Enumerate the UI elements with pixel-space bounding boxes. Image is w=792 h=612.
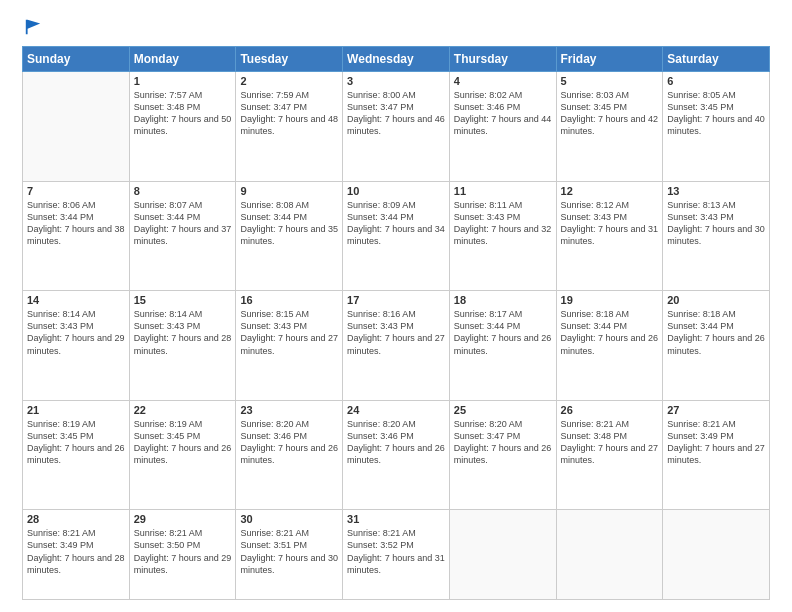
cell-day-number: 24 <box>347 404 445 416</box>
page: SundayMondayTuesdayWednesdayThursdayFrid… <box>0 0 792 612</box>
cell-day-number: 30 <box>240 513 338 525</box>
calendar-cell: 4Sunrise: 8:02 AM Sunset: 3:46 PM Daylig… <box>449 72 556 182</box>
calendar-cell: 10Sunrise: 8:09 AM Sunset: 3:44 PM Dayli… <box>343 181 450 291</box>
cell-sun-info: Sunrise: 8:11 AM Sunset: 3:43 PM Dayligh… <box>454 199 552 248</box>
calendar-header-thursday: Thursday <box>449 47 556 72</box>
cell-day-number: 25 <box>454 404 552 416</box>
cell-day-number: 2 <box>240 75 338 87</box>
cell-day-number: 22 <box>134 404 232 416</box>
calendar-header-friday: Friday <box>556 47 663 72</box>
calendar-cell: 30Sunrise: 8:21 AM Sunset: 3:51 PM Dayli… <box>236 510 343 600</box>
cell-day-number: 28 <box>27 513 125 525</box>
cell-sun-info: Sunrise: 8:08 AM Sunset: 3:44 PM Dayligh… <box>240 199 338 248</box>
calendar-week-row: 28Sunrise: 8:21 AM Sunset: 3:49 PM Dayli… <box>23 510 770 600</box>
cell-day-number: 17 <box>347 294 445 306</box>
calendar-cell: 2Sunrise: 7:59 AM Sunset: 3:47 PM Daylig… <box>236 72 343 182</box>
cell-day-number: 6 <box>667 75 765 87</box>
calendar-cell: 23Sunrise: 8:20 AM Sunset: 3:46 PM Dayli… <box>236 400 343 510</box>
cell-sun-info: Sunrise: 8:20 AM Sunset: 3:46 PM Dayligh… <box>347 418 445 467</box>
cell-sun-info: Sunrise: 8:20 AM Sunset: 3:46 PM Dayligh… <box>240 418 338 467</box>
calendar-cell: 21Sunrise: 8:19 AM Sunset: 3:45 PM Dayli… <box>23 400 130 510</box>
cell-sun-info: Sunrise: 8:12 AM Sunset: 3:43 PM Dayligh… <box>561 199 659 248</box>
cell-sun-info: Sunrise: 8:21 AM Sunset: 3:49 PM Dayligh… <box>667 418 765 467</box>
cell-day-number: 11 <box>454 185 552 197</box>
cell-day-number: 15 <box>134 294 232 306</box>
calendar-cell <box>449 510 556 600</box>
calendar-cell <box>23 72 130 182</box>
cell-sun-info: Sunrise: 8:13 AM Sunset: 3:43 PM Dayligh… <box>667 199 765 248</box>
calendar-cell: 6Sunrise: 8:05 AM Sunset: 3:45 PM Daylig… <box>663 72 770 182</box>
calendar-cell: 26Sunrise: 8:21 AM Sunset: 3:48 PM Dayli… <box>556 400 663 510</box>
cell-sun-info: Sunrise: 8:06 AM Sunset: 3:44 PM Dayligh… <box>27 199 125 248</box>
calendar-cell: 31Sunrise: 8:21 AM Sunset: 3:52 PM Dayli… <box>343 510 450 600</box>
cell-sun-info: Sunrise: 8:03 AM Sunset: 3:45 PM Dayligh… <box>561 89 659 138</box>
cell-sun-info: Sunrise: 8:07 AM Sunset: 3:44 PM Dayligh… <box>134 199 232 248</box>
calendar-cell: 17Sunrise: 8:16 AM Sunset: 3:43 PM Dayli… <box>343 291 450 401</box>
logo-flag-icon <box>24 18 42 36</box>
cell-sun-info: Sunrise: 8:21 AM Sunset: 3:50 PM Dayligh… <box>134 527 232 576</box>
cell-sun-info: Sunrise: 8:21 AM Sunset: 3:51 PM Dayligh… <box>240 527 338 576</box>
calendar-week-row: 21Sunrise: 8:19 AM Sunset: 3:45 PM Dayli… <box>23 400 770 510</box>
calendar-table: SundayMondayTuesdayWednesdayThursdayFrid… <box>22 46 770 600</box>
calendar-cell: 22Sunrise: 8:19 AM Sunset: 3:45 PM Dayli… <box>129 400 236 510</box>
calendar-cell <box>663 510 770 600</box>
cell-sun-info: Sunrise: 8:19 AM Sunset: 3:45 PM Dayligh… <box>27 418 125 467</box>
calendar-cell: 15Sunrise: 8:14 AM Sunset: 3:43 PM Dayli… <box>129 291 236 401</box>
calendar-header-wednesday: Wednesday <box>343 47 450 72</box>
cell-day-number: 18 <box>454 294 552 306</box>
cell-sun-info: Sunrise: 8:21 AM Sunset: 3:49 PM Dayligh… <box>27 527 125 576</box>
logo <box>22 18 42 36</box>
cell-sun-info: Sunrise: 8:18 AM Sunset: 3:44 PM Dayligh… <box>667 308 765 357</box>
calendar-header-monday: Monday <box>129 47 236 72</box>
cell-day-number: 20 <box>667 294 765 306</box>
cell-day-number: 23 <box>240 404 338 416</box>
cell-day-number: 5 <box>561 75 659 87</box>
cell-day-number: 31 <box>347 513 445 525</box>
cell-sun-info: Sunrise: 8:00 AM Sunset: 3:47 PM Dayligh… <box>347 89 445 138</box>
calendar-cell: 11Sunrise: 8:11 AM Sunset: 3:43 PM Dayli… <box>449 181 556 291</box>
cell-day-number: 8 <box>134 185 232 197</box>
cell-day-number: 7 <box>27 185 125 197</box>
cell-sun-info: Sunrise: 8:21 AM Sunset: 3:48 PM Dayligh… <box>561 418 659 467</box>
calendar-week-row: 7Sunrise: 8:06 AM Sunset: 3:44 PM Daylig… <box>23 181 770 291</box>
svg-marker-0 <box>26 20 40 34</box>
calendar-cell: 8Sunrise: 8:07 AM Sunset: 3:44 PM Daylig… <box>129 181 236 291</box>
calendar-cell: 14Sunrise: 8:14 AM Sunset: 3:43 PM Dayli… <box>23 291 130 401</box>
calendar-header-sunday: Sunday <box>23 47 130 72</box>
cell-day-number: 3 <box>347 75 445 87</box>
cell-sun-info: Sunrise: 7:57 AM Sunset: 3:48 PM Dayligh… <box>134 89 232 138</box>
cell-sun-info: Sunrise: 8:15 AM Sunset: 3:43 PM Dayligh… <box>240 308 338 357</box>
cell-day-number: 21 <box>27 404 125 416</box>
calendar-cell: 5Sunrise: 8:03 AM Sunset: 3:45 PM Daylig… <box>556 72 663 182</box>
cell-sun-info: Sunrise: 8:17 AM Sunset: 3:44 PM Dayligh… <box>454 308 552 357</box>
cell-day-number: 4 <box>454 75 552 87</box>
calendar-cell: 12Sunrise: 8:12 AM Sunset: 3:43 PM Dayli… <box>556 181 663 291</box>
cell-day-number: 26 <box>561 404 659 416</box>
calendar-cell: 25Sunrise: 8:20 AM Sunset: 3:47 PM Dayli… <box>449 400 556 510</box>
cell-sun-info: Sunrise: 8:14 AM Sunset: 3:43 PM Dayligh… <box>27 308 125 357</box>
cell-sun-info: Sunrise: 7:59 AM Sunset: 3:47 PM Dayligh… <box>240 89 338 138</box>
calendar-cell: 9Sunrise: 8:08 AM Sunset: 3:44 PM Daylig… <box>236 181 343 291</box>
cell-day-number: 27 <box>667 404 765 416</box>
cell-sun-info: Sunrise: 8:20 AM Sunset: 3:47 PM Dayligh… <box>454 418 552 467</box>
calendar-cell: 19Sunrise: 8:18 AM Sunset: 3:44 PM Dayli… <box>556 291 663 401</box>
cell-day-number: 14 <box>27 294 125 306</box>
calendar-week-row: 14Sunrise: 8:14 AM Sunset: 3:43 PM Dayli… <box>23 291 770 401</box>
cell-day-number: 13 <box>667 185 765 197</box>
cell-sun-info: Sunrise: 8:21 AM Sunset: 3:52 PM Dayligh… <box>347 527 445 576</box>
header <box>22 18 770 36</box>
calendar-header-row: SundayMondayTuesdayWednesdayThursdayFrid… <box>23 47 770 72</box>
cell-day-number: 9 <box>240 185 338 197</box>
cell-sun-info: Sunrise: 8:09 AM Sunset: 3:44 PM Dayligh… <box>347 199 445 248</box>
calendar-cell <box>556 510 663 600</box>
cell-day-number: 29 <box>134 513 232 525</box>
calendar-week-row: 1Sunrise: 7:57 AM Sunset: 3:48 PM Daylig… <box>23 72 770 182</box>
calendar-cell: 13Sunrise: 8:13 AM Sunset: 3:43 PM Dayli… <box>663 181 770 291</box>
cell-day-number: 10 <box>347 185 445 197</box>
calendar-header-tuesday: Tuesday <box>236 47 343 72</box>
cell-sun-info: Sunrise: 8:16 AM Sunset: 3:43 PM Dayligh… <box>347 308 445 357</box>
calendar-cell: 18Sunrise: 8:17 AM Sunset: 3:44 PM Dayli… <box>449 291 556 401</box>
calendar-cell: 28Sunrise: 8:21 AM Sunset: 3:49 PM Dayli… <box>23 510 130 600</box>
cell-sun-info: Sunrise: 8:14 AM Sunset: 3:43 PM Dayligh… <box>134 308 232 357</box>
cell-sun-info: Sunrise: 8:05 AM Sunset: 3:45 PM Dayligh… <box>667 89 765 138</box>
